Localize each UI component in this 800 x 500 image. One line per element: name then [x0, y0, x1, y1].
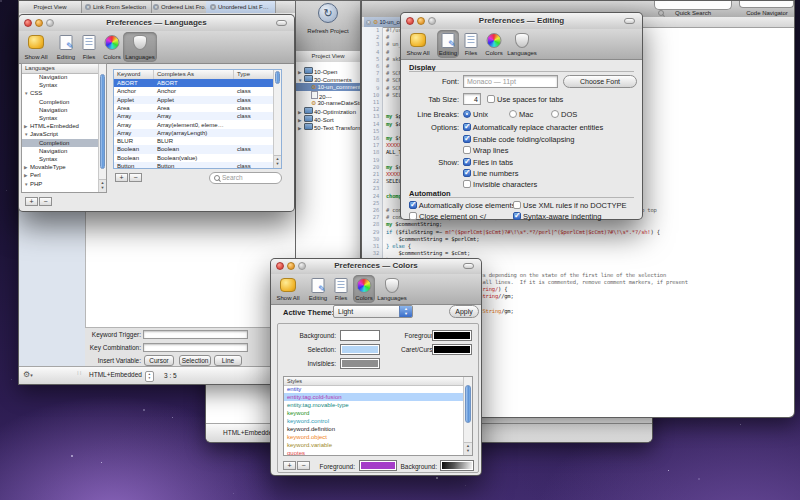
option-checkbox[interactable]: Automatically replace character entities — [463, 123, 603, 132]
language-list-item[interactable]: ▶HTML+Embedded — [22, 122, 98, 130]
line-break-radio-mac[interactable]: Mac — [509, 110, 533, 119]
column-header[interactable]: Type — [234, 70, 275, 79]
styles-scrollbar[interactable]: ▲▼ — [463, 377, 472, 455]
language-list-item[interactable]: Completion — [22, 98, 98, 106]
style-list-item[interactable]: quotes — [284, 449, 463, 455]
column-header[interactable]: Completes As — [154, 70, 234, 79]
table-row[interactable]: ArrayArrayclass — [114, 112, 273, 120]
style-list-item[interactable]: entity.tag.movable-type — [284, 401, 463, 409]
table-row[interactable]: ArrayArray(element0, eleme… — [114, 121, 273, 129]
remove-language-button[interactable]: − — [39, 197, 52, 206]
tree-item[interactable]: ⚙30-nameDateStr — [296, 99, 360, 107]
column-header[interactable]: Keyword — [114, 70, 154, 79]
key-combination-input[interactable] — [143, 343, 248, 352]
table-row[interactable]: BLURBLUR — [114, 137, 273, 145]
style-list-item[interactable]: keyword.control — [284, 417, 463, 425]
caretcursor-swatch[interactable] — [432, 344, 472, 355]
style-list-item[interactable]: entity.tag.cold-fusion — [284, 393, 463, 401]
table-row[interactable]: AppletAppletclass — [114, 96, 273, 104]
scrollbar-arrows[interactable]: ▲▼ — [274, 155, 281, 168]
table-row[interactable]: AreaAreaclass — [114, 104, 273, 112]
tree-item[interactable]: ▶40-Optimization — [296, 107, 360, 115]
style-list-item[interactable]: keyword — [284, 409, 463, 417]
scrollbar-thumb[interactable] — [275, 71, 280, 84]
show-checkbox[interactable]: Files in tabs — [463, 158, 513, 167]
document-tab[interactable]: ×Unordered List F… — [206, 1, 276, 13]
invisibles-swatch[interactable] — [340, 358, 380, 369]
font-field[interactable]: Monaco — 11pt — [463, 75, 558, 88]
language-list-item[interactable]: Navigation — [22, 73, 98, 81]
option-checkbox[interactable]: Wrap lines — [463, 146, 508, 155]
pane-header-project-view[interactable]: Project View — [19, 1, 82, 13]
prefs-toolbar-item-languages[interactable]: Languages — [375, 275, 409, 303]
style-foreground-swatch[interactable] — [359, 460, 397, 471]
language-list-item[interactable]: ▼JavaScript — [22, 130, 98, 138]
add-language-button[interactable]: + — [25, 197, 38, 206]
close-tab-icon[interactable]: × — [85, 4, 91, 10]
document-tab[interactable]: ×Link From Selection — [81, 1, 152, 13]
languages-list-scrollbar[interactable]: ▲▼ — [98, 64, 106, 192]
tree-item[interactable]: ⚙10-un_comment — [296, 83, 360, 91]
style-background-swatch[interactable] — [440, 460, 474, 471]
language-list-item[interactable]: ▶MovableType — [22, 163, 98, 171]
syntax-mode-popup[interactable]: HTML+Embedded▴▾ — [89, 371, 154, 382]
prefs-toolbar-item-languages[interactable]: Languages — [505, 30, 539, 58]
language-list-item[interactable]: Syntax — [22, 155, 98, 163]
keyword-search-field[interactable]: Search — [209, 172, 282, 184]
toolbar-pill-button[interactable] — [276, 20, 287, 26]
language-list-item[interactable]: Navigation — [22, 147, 98, 155]
use-spaces-checkbox[interactable]: Use spaces for tabs — [487, 95, 563, 104]
language-list-item[interactable]: ▼PHP — [22, 180, 98, 188]
line-break-radio-dos[interactable]: DOS — [551, 110, 577, 119]
automation-checkbox[interactable]: Close element on </ — [409, 212, 486, 221]
style-list-item[interactable]: keyword.object — [284, 433, 463, 441]
prefs-toolbar-item-showall[interactable]: Show All — [273, 275, 303, 303]
tree-item[interactable]: ▶10-Open — [296, 67, 360, 75]
prefs-toolbar-item-languages[interactable]: Languages — [123, 32, 157, 62]
remove-keyword-button[interactable]: − — [129, 173, 142, 182]
style-list-item[interactable]: keyword.definition — [284, 425, 463, 433]
tab-size-field[interactable]: 4 — [463, 93, 481, 105]
prefs-toolbar-item-showall[interactable]: Show All — [21, 32, 51, 62]
pane-splitter-grip[interactable]: ⁞⁞ — [77, 370, 82, 376]
keyword-trigger-input[interactable] — [143, 330, 248, 339]
table-row[interactable]: ArrayArray(arrayLength) — [114, 129, 273, 137]
keywords-table-scrollbar[interactable]: ▲▼ — [273, 70, 281, 168]
language-list-item[interactable]: ▼CSS — [22, 89, 98, 97]
language-list-item[interactable]: Navigation — [22, 106, 98, 114]
table-row[interactable]: ABORTABORT — [114, 79, 273, 87]
table-row[interactable]: BooleanBoolean(value) — [114, 154, 273, 162]
close-tab-icon[interactable]: × — [153, 4, 159, 10]
language-list-item[interactable]: ▶Perl — [22, 171, 98, 179]
close-tab-icon[interactable]: × — [366, 20, 371, 25]
background-swatch[interactable] — [340, 330, 380, 341]
code-navigator-button[interactable] — [739, 1, 794, 8]
toolbar-pill-button[interactable] — [463, 263, 474, 269]
document-tab[interactable]: ×Ordered List Fro… — [149, 1, 209, 13]
automation-checkbox[interactable]: Use XML rules if no DOCTYPE — [513, 201, 627, 210]
language-list-item[interactable]: Syntax — [22, 81, 98, 89]
add-keyword-button[interactable]: + — [115, 173, 128, 182]
scrollbar-thumb[interactable] — [100, 74, 105, 169]
line-break-radio-unix[interactable]: Unix — [463, 110, 488, 119]
show-checkbox[interactable]: Invisible characters — [463, 180, 537, 189]
tree-item[interactable]: ▶50-Text Transform — [296, 123, 360, 131]
style-list-item[interactable]: keyword.variable — [284, 441, 463, 449]
toolbar-pill-button[interactable] — [624, 18, 635, 24]
table-row[interactable]: BooleanBooleanclass — [114, 145, 273, 153]
insert-line-button[interactable]: Line — [214, 355, 242, 366]
apply-button[interactable]: Apply — [449, 305, 479, 318]
show-checkbox[interactable]: Line numbers — [463, 169, 519, 178]
foreground-swatch[interactable] — [432, 330, 472, 341]
choose-font-button[interactable]: Choose Font — [563, 75, 637, 88]
insert-selection-button[interactable]: Selection — [179, 355, 211, 366]
active-theme-popup[interactable]: Light ▲▼ — [333, 305, 413, 318]
automation-checkbox[interactable]: Syntax-aware indenting — [513, 212, 601, 221]
tree-item[interactable]: ▶40-Sort — [296, 115, 360, 123]
quick-search-field[interactable] — [654, 1, 732, 10]
prefs-toolbar-item-showall[interactable]: Show All — [403, 30, 433, 58]
option-checkbox[interactable]: Enable code folding/collapsing — [463, 135, 574, 144]
language-list-item[interactable]: Syntax — [22, 114, 98, 122]
refresh-project-button[interactable]: ↻ Refresh Project — [296, 1, 360, 49]
table-row[interactable]: ButtonButtonclass — [114, 162, 273, 168]
